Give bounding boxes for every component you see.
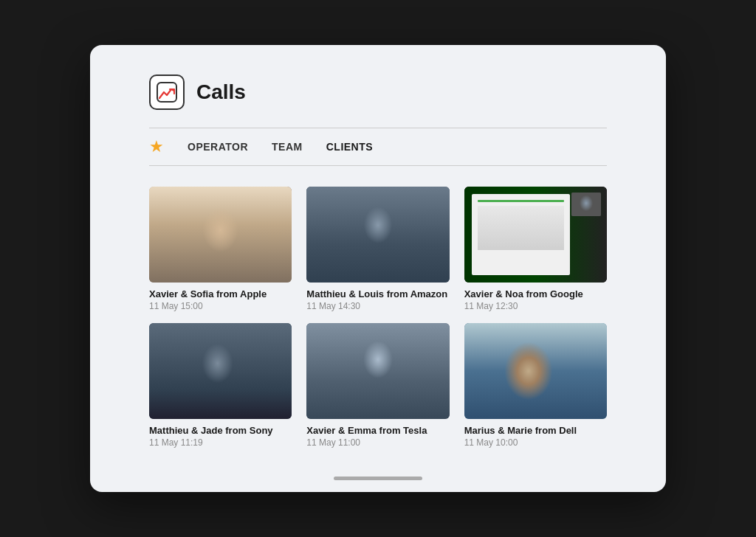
tab-team[interactable]: TEAM xyxy=(272,138,303,156)
call-thumbnail-4 xyxy=(149,323,292,419)
call-thumbnail-6 xyxy=(464,323,607,419)
call-card-4[interactable]: Matthieu & Jade from Sony 11 May 11:19 xyxy=(149,323,292,448)
call-date-5: 11 May 11:00 xyxy=(306,437,449,448)
call-thumbnail-1 xyxy=(149,187,292,283)
calls-grid: Xavier & Sofia from Apple 11 May 15:00 M… xyxy=(149,187,607,448)
app-icon xyxy=(149,75,185,110)
call-card-3[interactable]: Xavier & Noa from Google 11 May 12:30 xyxy=(464,187,607,311)
call-name-2: Matthieu & Louis from Amazon xyxy=(306,288,449,299)
call-date-2: 11 May 14:30 xyxy=(306,301,449,311)
call-card-2[interactable]: Matthieu & Louis from Amazon 11 May 14:3… xyxy=(306,187,449,311)
call-date-4: 11 May 11:19 xyxy=(149,437,292,448)
tab-operator[interactable]: OPERATOR xyxy=(188,138,248,156)
call-card-5[interactable]: Xavier & Emma from Tesla 11 May 11:00 xyxy=(306,323,449,448)
call-name-6: Marius & Marie from Dell xyxy=(464,425,607,436)
call-thumbnail-2 xyxy=(306,187,449,283)
tabs-bar: ★ OPERATOR TEAM CLIENTS xyxy=(149,137,607,156)
call-name-1: Xavier & Sofia from Apple xyxy=(149,288,292,299)
call-date-6: 11 May 10:00 xyxy=(464,437,607,448)
pip-preview xyxy=(571,193,601,216)
call-name-4: Matthieu & Jade from Sony xyxy=(149,425,292,436)
call-thumbnail-3 xyxy=(464,187,607,283)
bottom-bar xyxy=(334,477,422,480)
main-window: Calls ★ OPERATOR TEAM CLIENTS Xavier & S… xyxy=(90,45,666,492)
screen-share-preview xyxy=(472,194,570,275)
call-thumbnail-5 xyxy=(306,323,449,419)
page-title: Calls xyxy=(196,80,246,104)
app-header: Calls xyxy=(149,75,607,110)
call-date-1: 11 May 15:00 xyxy=(149,301,292,311)
tabs-divider xyxy=(149,165,607,166)
call-date-3: 11 May 12:30 xyxy=(464,301,607,311)
header-divider xyxy=(149,128,607,128)
call-card-1[interactable]: Xavier & Sofia from Apple 11 May 15:00 xyxy=(149,187,292,311)
star-icon: ★ xyxy=(149,137,164,156)
call-name-3: Xavier & Noa from Google xyxy=(464,288,607,299)
tab-clients[interactable]: CLIENTS xyxy=(326,138,373,156)
call-name-5: Xavier & Emma from Tesla xyxy=(306,425,449,436)
call-card-6[interactable]: Marius & Marie from Dell 11 May 10:00 xyxy=(464,323,607,448)
